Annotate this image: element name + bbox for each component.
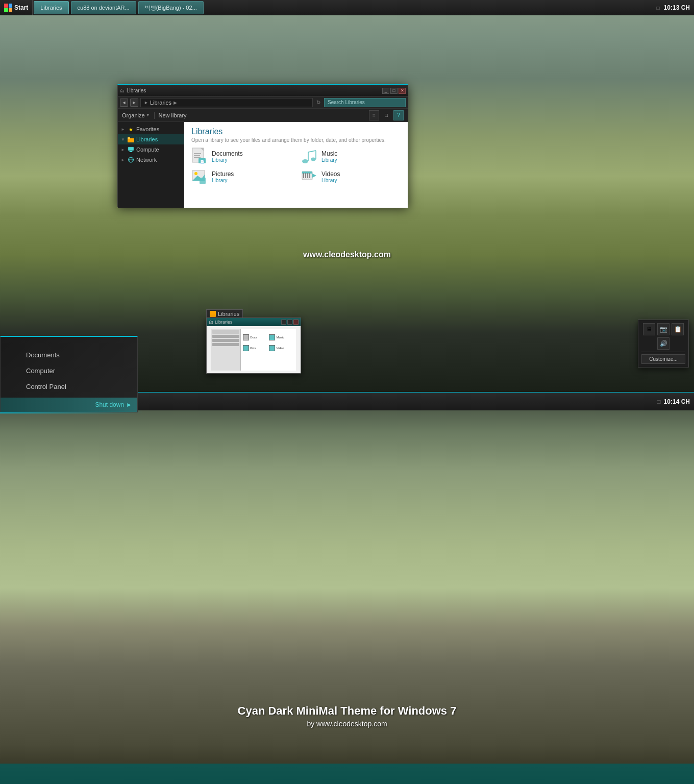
taskbar-libraries-button[interactable]: Libraries	[34, 1, 68, 14]
nav-back-button[interactable]: ◄	[120, 99, 128, 107]
thumb-window-controls	[281, 320, 299, 325]
explorer-toolbar: Organize ▼ New library ≡ □ ?	[118, 109, 408, 122]
explorer-sidebar: ► ★ Favorites ▼ Libraries ►	[118, 122, 184, 208]
svg-rect-12	[194, 157, 201, 158]
library-item-videos[interactable]: Videos Library	[301, 168, 401, 185]
toolbar-separator	[154, 112, 155, 119]
sidebar-item-favorites[interactable]: ► ★ Favorites	[118, 124, 184, 134]
svg-rect-26	[303, 173, 304, 178]
svg-rect-23	[200, 178, 206, 184]
taskbar-bigbang-button[interactable]: 빅뱅(BigBang) - 02...	[138, 1, 204, 14]
library-item-music[interactable]: Music Library	[301, 148, 401, 164]
favorites-star-icon: ★	[127, 126, 134, 133]
start-menu-control-panel[interactable]: Control Panel	[1, 379, 137, 395]
sidebar-item-network[interactable]: ► Network	[118, 155, 184, 165]
computer-expand-icon: ►	[121, 148, 125, 152]
documents-type: Library	[212, 157, 243, 163]
organize-button[interactable]: Organize ▼	[122, 112, 150, 118]
pictures-type: Library	[212, 178, 234, 183]
start-menu-documents[interactable]: Documents	[1, 347, 137, 363]
start-button[interactable]: Start	[0, 0, 33, 15]
start-menu-computer[interactable]: Computer	[1, 363, 137, 379]
tray-icon-volume[interactable]: 🔊	[657, 337, 670, 350]
bottom-text-section: Cyan Dark MiniMal Theme for Windows 7 by…	[0, 704, 694, 728]
search-label: Search Libraries	[328, 100, 365, 105]
watermark-top: www.cleodesktop.com	[0, 250, 694, 259]
tray-icon-camera[interactable]: 📷	[657, 323, 670, 335]
svg-rect-1	[128, 137, 130, 139]
music-type: Library	[321, 157, 337, 163]
help-button[interactable]: ?	[393, 110, 404, 120]
music-icon	[301, 148, 317, 164]
main-panel-title: Libraries	[191, 127, 401, 136]
libraries-expand-icon: ▼	[121, 137, 125, 142]
thumb-minimize-button[interactable]	[281, 320, 286, 325]
explorer-titlebar: 🗂 Libraries _ □ ✕	[118, 85, 408, 96]
thumb-close-button[interactable]	[293, 320, 299, 325]
computer-icon	[127, 146, 134, 153]
start-label: Start	[14, 4, 28, 11]
svg-rect-11	[194, 155, 200, 156]
pictures-info: Pictures Library	[212, 170, 234, 183]
organize-arrow: ▼	[146, 113, 150, 117]
search-box[interactable]: Search Libraries	[324, 98, 406, 107]
system-tray-popup: 🖥 📷 📋 🔊 Customize...	[638, 320, 689, 368]
show-desktop-icon[interactable]: □	[657, 5, 660, 11]
maximize-button[interactable]: □	[390, 88, 398, 94]
view-details-button[interactable]: □	[381, 110, 391, 120]
library-item-documents[interactable]: 📄 Documents Library	[191, 148, 291, 164]
thumb-folder-small-icon: 🗂	[209, 320, 213, 325]
explorer-addressbar: ◄ ► ► Libraries ► ↻ Search Libraries	[118, 96, 408, 109]
view-toggle-button[interactable]: ≡	[369, 110, 379, 120]
refresh-button[interactable]: ↻	[315, 99, 322, 106]
top-taskbar: Start Libraries cu88 on deviantAR... 빅뱅(…	[0, 0, 694, 15]
tray-icons-row: 🖥 📷 📋	[641, 323, 685, 335]
svg-point-15	[302, 159, 308, 163]
bottom-teal-stripe	[0, 764, 694, 784]
minimize-button[interactable]: _	[382, 88, 389, 94]
path-libraries: Libraries	[150, 100, 171, 106]
svg-point-21	[194, 172, 197, 175]
music-info: Music Library	[321, 150, 337, 163]
sidebar-item-libraries[interactable]: ▼ Libraries	[118, 134, 184, 144]
customize-button[interactable]: Customize...	[641, 354, 685, 364]
svg-rect-4	[129, 152, 133, 152]
start-menu-bottom: Shut down ►	[1, 398, 137, 412]
thumb-content: Docs Music Pics Video	[207, 326, 301, 373]
favorites-label: Favorites	[136, 126, 159, 132]
documents-info: Documents Library	[212, 150, 243, 163]
thumb-title: 🗂 Libraries	[209, 320, 233, 325]
videos-name: Videos	[321, 170, 340, 178]
network-icon	[127, 156, 134, 163]
svg-line-18	[308, 151, 316, 152]
tray-separator	[641, 352, 685, 352]
svg-rect-2	[128, 147, 134, 151]
svg-rect-0	[128, 138, 134, 142]
library-item-pictures[interactable]: Pictures Library	[191, 168, 291, 185]
bottom-taskbar-right: □ 10:14 CH	[657, 398, 694, 405]
new-library-button[interactable]: New library	[159, 112, 187, 118]
shutdown-button[interactable]: Shut down ►	[95, 401, 132, 408]
libraries-thumbnail-window[interactable]: 🗂 Libraries Docs	[206, 317, 301, 374]
svg-text:📄: 📄	[200, 159, 205, 164]
svg-rect-29	[309, 173, 310, 178]
videos-type: Library	[321, 178, 340, 183]
close-button[interactable]: ✕	[399, 88, 406, 94]
explorer-title-icon: 🗂	[120, 88, 125, 93]
explorer-main-panel: Libraries Open a library to see your fil…	[184, 122, 408, 208]
library-grid: 📄 Documents Library	[191, 148, 401, 185]
tray-icon-clipboard[interactable]: 📋	[672, 323, 684, 335]
bottom-show-desktop-icon[interactable]: □	[657, 398, 660, 405]
sidebar-item-computer[interactable]: ► Compute	[118, 144, 184, 155]
thumb-main-panel: Docs Music Pics Video	[241, 329, 296, 371]
taskbar-deviant-button[interactable]: cu88 on deviantAR...	[71, 1, 136, 14]
tray-icon-monitor[interactable]: 🖥	[643, 323, 655, 335]
computer-label: Compute	[136, 146, 159, 153]
nav-forward-button[interactable]: ►	[130, 99, 138, 107]
svg-rect-28	[307, 173, 308, 178]
thumb-sidebar	[211, 329, 241, 371]
explorer-content: ► ★ Favorites ▼ Libraries ►	[118, 122, 408, 208]
libraries-folder-icon	[127, 136, 134, 143]
thumb-maximize-button[interactable]	[287, 320, 292, 325]
address-path[interactable]: ► Libraries ►	[140, 98, 313, 107]
